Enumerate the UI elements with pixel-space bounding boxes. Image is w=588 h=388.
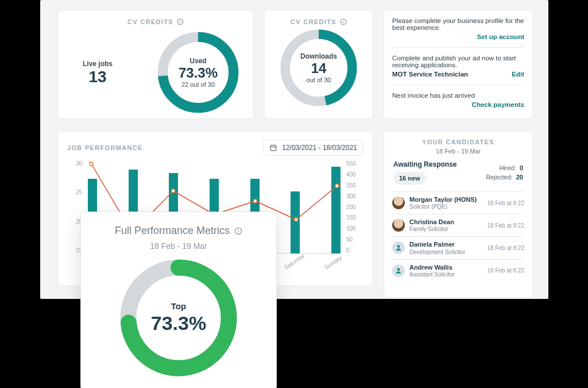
used-value: 73.3% <box>179 66 218 80</box>
live-jobs-value: 13 <box>88 69 106 85</box>
y-tick-right: 150 <box>346 214 356 221</box>
svg-point-23 <box>238 229 239 229</box>
new-count-pill[interactable]: 16 new <box>393 172 426 185</box>
y-axis-right: 550400350300200150100500 <box>346 160 362 253</box>
calendar-icon <box>269 144 277 152</box>
candidate-time: 18 Feb at 8:22 <box>488 200 525 206</box>
fpm-donut: Top 73.3% <box>118 258 239 378</box>
candidate-stats: Hired: 0 Rejected: 20 <box>486 163 523 182</box>
candidate-role: Assistant Solicitor <box>409 271 483 278</box>
used-donut: Used 73.3% 22 out of 30 <box>156 30 241 115</box>
check-payments-link[interactable]: Check payments <box>392 101 524 108</box>
x-tick: Saturday <box>283 252 305 271</box>
your-candidates-card: YOUR CANDIDATES 18 Feb - 19 Mar Awaiting… <box>384 131 533 298</box>
downloads-donut: Downloads 14 out of 30 <box>278 28 359 108</box>
candidate-list: Morgan Taylor (HONS)Solicitor (PQE)18 Fe… <box>392 191 524 282</box>
used-label: Used <box>189 57 206 65</box>
full-performance-metrics-card: Full Performance Metrics 18 Feb - 19 Mar… <box>80 212 277 388</box>
notice-publish: Complete and publish your ad now to star… <box>392 55 524 78</box>
candidate-name: Andrew Wallis <box>409 264 483 271</box>
downloads-value: 14 <box>311 62 327 75</box>
date-range-picker[interactable]: 12/03/2021 - 18/03/2021 <box>263 140 363 156</box>
set-up-account-link[interactable]: Set up account <box>392 33 524 40</box>
svg-point-16 <box>172 189 175 193</box>
notice-publish-job: MOT Service Technician <box>392 71 468 78</box>
candidate-item[interactable]: Christina DeanFamily Solicitor18 Feb at … <box>392 214 524 236</box>
live-jobs-stat: Live jobs 13 <box>73 60 122 85</box>
y-tick-right: 400 <box>346 171 356 178</box>
date-range-text: 12/03/2021 - 18/03/2021 <box>282 144 357 152</box>
candidate-item[interactable]: Morgan Taylor (HONS)Solicitor (PQE)18 Fe… <box>392 191 524 214</box>
candidates-title: YOUR CANDIDATES <box>392 139 524 145</box>
svg-rect-10 <box>270 145 276 151</box>
job-performance-title: JOB PERFORMANCE <box>67 144 143 151</box>
y-tick-right: 350 <box>346 182 356 189</box>
svg-point-19 <box>295 218 298 221</box>
x-tick: Sunday <box>323 255 343 271</box>
cv-credits-title-text: CV CREDITS <box>127 18 173 25</box>
downloads-label: Downloads <box>300 52 337 60</box>
info-icon[interactable] <box>234 227 242 235</box>
candidate-time: 18 Feb at 8:22 <box>488 245 525 251</box>
notices-card: Please complete your business profile fo… <box>384 10 533 119</box>
candidate-name: Christina Dean <box>409 218 483 226</box>
awaiting-response-label: Awaiting Response <box>393 160 457 168</box>
y-tick-right: 300 <box>346 193 356 199</box>
candidate-name: Daniela Palmer <box>409 241 483 248</box>
used-sub: 22 out of 30 <box>181 81 215 88</box>
svg-point-18 <box>253 199 257 203</box>
y-tick-right: 50 <box>346 236 353 243</box>
notice-invoice: Next invoice has just arrived Check paym… <box>392 92 524 108</box>
downloads-sub: out of 30 <box>307 76 331 83</box>
cv-credits-title: CV CREDITS <box>58 10 253 25</box>
notice-profile-text: Please complete your business profile fo… <box>392 17 524 31</box>
cv-credits-title-text-2: CV CREDITS <box>291 18 336 25</box>
candidate-item[interactable]: Daniela PalmerDevelopment Solicitor18 Fe… <box>392 236 524 259</box>
rejected-value: 20 <box>516 174 523 180</box>
hired-label: Hired: <box>499 164 516 171</box>
avatar <box>392 219 405 232</box>
avatar <box>392 241 405 254</box>
notice-profile: Please complete your business profile fo… <box>392 17 524 40</box>
fpm-label: Top <box>171 301 186 311</box>
notice-publish-text: Complete and publish your ad now to star… <box>392 55 524 68</box>
dashboard-stage: CV CREDITS Live jobs 13 Used 73.3% 22 ou… <box>0 0 588 388</box>
notice-invoice-text: Next invoice has just arrived <box>392 92 524 99</box>
y-tick-right: 550 <box>346 160 356 167</box>
avatar <box>392 264 405 277</box>
cv-credits-card-1: CV CREDITS Live jobs 13 Used 73.3% 22 ou… <box>57 10 254 119</box>
candidate-role: Development Solicitor <box>409 249 483 255</box>
hired-value: 0 <box>520 164 523 171</box>
candidate-role: Solicitor (PQE) <box>409 203 483 210</box>
candidate-name: Morgan Taylor (HONS) <box>409 196 483 203</box>
y-tick-right: 100 <box>346 225 356 232</box>
rejected-label: Rejected: <box>486 174 512 180</box>
edit-link[interactable]: Edit <box>512 71 524 78</box>
y-tick-right: 200 <box>346 204 356 210</box>
fpm-date-range: 18 Feb - 19 Mar <box>81 241 276 251</box>
cv-credits-card-2: CV CREDITS Downloads 14 out of 30 <box>264 10 373 119</box>
info-icon[interactable] <box>340 18 347 25</box>
live-jobs-label: Live jobs <box>83 60 113 68</box>
candidates-date-range: 18 Feb - 19 Mar <box>392 148 524 155</box>
fpm-title-text: Full Performance Metrics <box>115 225 230 237</box>
svg-point-2 <box>180 20 180 21</box>
cv-credits-title-2: CV CREDITS <box>265 10 373 25</box>
divider <box>392 47 524 48</box>
y-tick-left: 25 <box>76 189 82 195</box>
divider <box>392 84 524 85</box>
svg-point-14 <box>90 162 93 166</box>
svg-point-7 <box>343 20 343 21</box>
avatar <box>392 197 405 209</box>
candidate-time: 18 Feb at 8:22 <box>488 267 525 274</box>
y-tick-left: 30 <box>76 160 82 167</box>
fpm-value: 73.3% <box>151 312 206 335</box>
svg-point-20 <box>335 184 339 187</box>
info-icon[interactable] <box>177 18 184 25</box>
candidate-item[interactable]: Andrew WallisAssistant Solicitor18 Feb a… <box>392 259 524 282</box>
y-tick-right: 0 <box>346 247 350 253</box>
candidate-role: Family Solicitor <box>409 226 483 232</box>
candidate-time: 18 Feb at 8:22 <box>488 222 525 229</box>
